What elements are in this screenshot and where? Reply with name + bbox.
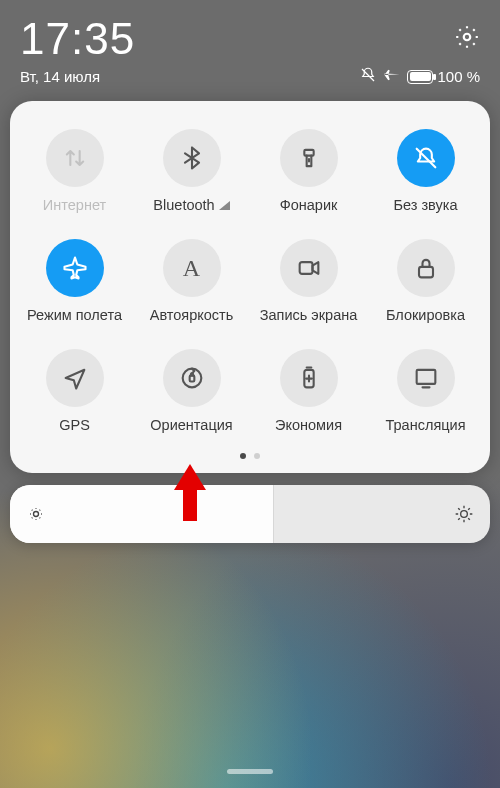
tile-label: Запись экрана: [260, 307, 358, 323]
mute-icon: [359, 66, 377, 87]
tile-label: Bluetooth: [153, 197, 229, 213]
brightness-track: [10, 485, 274, 543]
battery-indicator: 100 %: [407, 68, 480, 85]
tile-silent[interactable]: Без звука: [367, 129, 484, 213]
quick-settings-panel: Интернет Bluetooth Фонарик Без звука Реж…: [10, 101, 490, 473]
flashlight-icon: [295, 144, 323, 172]
airplane-icon: [61, 254, 89, 282]
status-date: Вт, 14 июля: [20, 68, 100, 85]
tile-label: Трансляция: [386, 417, 466, 433]
tile-label: Экономия: [275, 417, 342, 433]
tile-cast[interactable]: Трансляция: [367, 349, 484, 433]
tile-label: Интернет: [43, 197, 106, 213]
video-camera-icon: [295, 254, 323, 282]
tile-label: Ориентация: [150, 417, 232, 433]
svg-point-4: [182, 369, 201, 388]
airplane-icon: [383, 66, 401, 87]
tile-label: Фонарик: [280, 197, 338, 213]
signal-icon: [219, 201, 230, 210]
bell-off-icon: [412, 144, 440, 172]
svg-rect-7: [416, 370, 435, 384]
tile-label: GPS: [59, 417, 90, 433]
cast-icon: [412, 364, 440, 392]
tile-flashlight[interactable]: Фонарик: [250, 129, 367, 213]
lock-icon: [412, 254, 440, 282]
settings-gear-icon[interactable]: [454, 24, 480, 54]
brightness-high-icon: [454, 504, 474, 524]
tile-label: Режим полета: [27, 307, 122, 323]
tile-bluetooth[interactable]: Bluetooth: [133, 129, 250, 213]
tile-screen-record[interactable]: Запись экрана: [250, 239, 367, 323]
tile-label: Автояркость: [150, 307, 234, 323]
tile-label: Блокировка: [386, 307, 465, 323]
tile-lock[interactable]: Блокировка: [367, 239, 484, 323]
bluetooth-icon: [178, 144, 206, 172]
brightness-slider[interactable]: [10, 485, 490, 543]
panel-drag-handle[interactable]: [227, 769, 273, 774]
brightness-low-icon: [26, 504, 46, 524]
tile-internet[interactable]: Интернет: [16, 129, 133, 213]
svg-rect-1: [304, 150, 313, 156]
tile-label: Без звука: [394, 197, 458, 213]
status-clock: 17:35: [20, 14, 135, 64]
navigation-icon: [61, 364, 89, 392]
svg-point-8: [34, 512, 39, 517]
svg-point-0: [464, 34, 471, 41]
tile-airplane[interactable]: Режим полета: [16, 239, 133, 323]
battery-plus-icon: [295, 364, 323, 392]
tile-auto-brightness[interactable]: A Автояркость: [133, 239, 250, 323]
rotation-lock-icon: [178, 364, 206, 392]
svg-rect-2: [299, 262, 312, 274]
svg-point-9: [461, 511, 468, 518]
battery-percent: 100 %: [437, 68, 480, 85]
tile-orientation[interactable]: Ориентация: [133, 349, 250, 433]
page-indicator: [16, 453, 484, 459]
mobile-data-icon: [61, 144, 89, 172]
auto-brightness-icon: A: [183, 255, 200, 282]
tile-gps[interactable]: GPS: [16, 349, 133, 433]
tile-battery-saver[interactable]: Экономия: [250, 349, 367, 433]
svg-rect-3: [419, 267, 433, 278]
